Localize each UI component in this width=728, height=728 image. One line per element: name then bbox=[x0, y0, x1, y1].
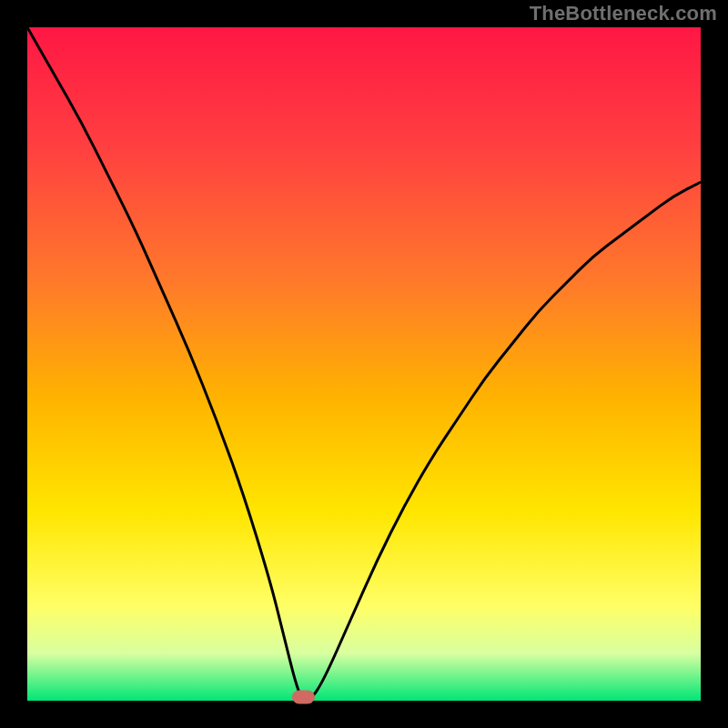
plot-area bbox=[27, 27, 701, 701]
optimal-point-marker bbox=[292, 691, 314, 703]
bottleneck-chart bbox=[0, 0, 728, 728]
chart-stage: TheBottleneck.com bbox=[0, 0, 728, 728]
